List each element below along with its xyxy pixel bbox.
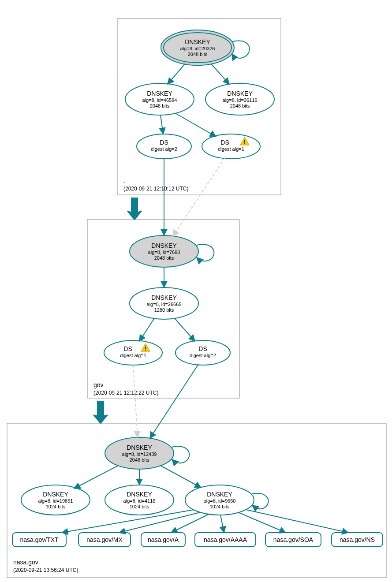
edge-govds2-nasaksk	[150, 364, 198, 438]
node-nasa-zsk-4116[interactable]: DNSKEY alg=8, id=4116 1024 bits	[105, 485, 174, 515]
svg-text:DS: DS	[220, 139, 229, 146]
zone-root-time: (2020-09-21 12:10:12 UTC)	[123, 186, 188, 192]
node-nasa-ksk[interactable]: DNSKEY alg=8, id=12439 2048 bits	[105, 437, 174, 469]
svg-text:nasa.gov/AAAA: nasa.gov/AAAA	[204, 536, 247, 543]
edge-govzsk-ds2	[175, 318, 195, 341]
svg-text:DS: DS	[160, 139, 168, 146]
svg-text:DNSKEY: DNSKEY	[227, 90, 253, 97]
node-gov-ds-alg2[interactable]: DS digest alg=2	[175, 340, 230, 365]
delegation-arrow-root-gov	[127, 198, 142, 220]
svg-text:alg=8, id=26665: alg=8, id=26665	[147, 302, 182, 307]
zone-root-title: .	[123, 177, 125, 184]
edge-nasaksk-zsk3	[161, 466, 201, 488]
node-root-ds-alg2[interactable]: DS digest alg=2	[137, 134, 191, 159]
svg-text:DS: DS	[198, 345, 207, 352]
svg-text:DNSKEY: DNSKEY	[151, 294, 177, 301]
edge-zsk3-ns	[246, 510, 348, 533]
edge-nasa-ksk-self	[172, 446, 189, 463]
svg-text:nasa.gov/MX: nasa.gov/MX	[86, 536, 123, 543]
delegation-arrow-gov-nasa	[93, 401, 108, 424]
svg-text:digest alg=2: digest alg=2	[151, 146, 177, 152]
svg-text:DNSKEY: DNSKEY	[43, 491, 68, 498]
svg-text:nasa.gov/A: nasa.gov/A	[148, 536, 179, 543]
rrset-ns[interactable]: nasa.gov/NS	[332, 533, 383, 547]
svg-text:2048 bits: 2048 bits	[188, 52, 208, 57]
rrset-txt[interactable]: nasa.gov/TXT	[12, 533, 66, 547]
node-root-zsk-26116[interactable]: DNSKEY alg=8, id=26116 2048 bits	[205, 83, 274, 115]
svg-text:1024 bits: 1024 bits	[210, 504, 230, 509]
svg-text:alg=8, id=20326: alg=8, id=20326	[180, 46, 215, 51]
svg-text:digest alg=1: digest alg=1	[218, 146, 244, 152]
svg-text:DNSKEY: DNSKEY	[185, 38, 210, 45]
svg-text:nasa.gov/NS: nasa.gov/NS	[340, 536, 375, 543]
rrset-soa[interactable]: nasa.gov/SOA	[265, 533, 321, 547]
edge-zsk3-a	[171, 514, 209, 533]
node-gov-ds-alg1[interactable]: DS digest alg=1 !	[104, 340, 162, 365]
edge-govds1-nasaksk	[133, 365, 138, 437]
svg-text:DNSKEY: DNSKEY	[151, 242, 177, 249]
edge-rootksk-zsk2	[211, 63, 229, 84]
svg-text:alg=8, id=4116: alg=8, id=4116	[123, 498, 156, 504]
edge-gov-ksk-self	[197, 244, 214, 261]
zone-gov: gov (2020-09-21 12:12:22 UTC) DNSKEY alg…	[87, 220, 239, 398]
node-root-ds-alg1[interactable]: DS digest alg=1 !	[202, 134, 260, 159]
zone-gov-title: gov	[93, 381, 104, 388]
svg-text:alg=8, id=7698: alg=8, id=7698	[148, 250, 180, 255]
svg-text:alg=8, id=19851: alg=8, id=19851	[38, 498, 73, 504]
zone-root: . (2020-09-21 12:10:12 UTC) DNSKEY alg=8…	[117, 19, 281, 195]
node-gov-ksk[interactable]: DNSKEY alg=8, id=7698 2048 bits	[130, 235, 198, 267]
node-nasa-zsk-9660[interactable]: DNSKEY alg=8, id=9660 1024 bits	[185, 485, 254, 515]
svg-text:2048 bits: 2048 bits	[230, 103, 250, 108]
svg-text:alg=8, id=46594: alg=8, id=46594	[142, 97, 177, 103]
svg-text:1280 bits: 1280 bits	[154, 307, 174, 313]
node-root-zsk-46594[interactable]: DNSKEY alg=8, id=46594 2048 bits	[125, 83, 194, 115]
rrset-aaaa[interactable]: nasa.gov/AAAA	[195, 533, 256, 547]
zone-nasa: nasa.gov (2020-09-21 13:56:24 UTC) DNSKE…	[7, 423, 386, 578]
svg-text:!: !	[145, 346, 146, 352]
zone-nasa-time: (2020-09-21 13:56:24 UTC)	[13, 567, 78, 573]
edge-zsk3-soa	[238, 512, 286, 533]
svg-text:DNSKEY: DNSKEY	[127, 444, 152, 451]
svg-text:2048 bits: 2048 bits	[150, 103, 170, 108]
svg-text:nasa.gov/SOA: nasa.gov/SOA	[273, 536, 314, 543]
node-nasa-zsk-19851[interactable]: DNSKEY alg=8, id=19851 1024 bits	[21, 485, 90, 515]
edge-zsk3-aaaa	[220, 515, 224, 533]
svg-text:1024 bits: 1024 bits	[130, 504, 149, 509]
svg-text:DNSKEY: DNSKEY	[147, 90, 172, 97]
edge-zsk1-ds2	[161, 115, 163, 134]
svg-text:1024 bits: 1024 bits	[46, 504, 66, 509]
rrset-mx[interactable]: nasa.gov/MX	[78, 533, 131, 547]
zone-gov-time: (2020-09-21 12:12:22 UTC)	[93, 390, 158, 396]
edge-rootds1-govksk	[173, 158, 225, 236]
svg-text:DNSKEY: DNSKEY	[127, 491, 152, 498]
svg-text:DS: DS	[123, 345, 132, 352]
zone-nasa-title: nasa.gov	[13, 559, 38, 566]
svg-text:2048 bits: 2048 bits	[130, 457, 149, 463]
edge-nasa-zsk3-self	[252, 493, 269, 509]
svg-text:DNSKEY: DNSKEY	[207, 491, 232, 498]
edge-zsk1-ds1	[175, 113, 216, 137]
svg-text:alg=8, id=12439: alg=8, id=12439	[122, 451, 157, 457]
svg-text:!: !	[244, 139, 246, 146]
svg-text:nasa.gov/TXT: nasa.gov/TXT	[20, 536, 59, 543]
svg-text:2048 bits: 2048 bits	[154, 255, 174, 261]
svg-text:alg=8, id=9660: alg=8, id=9660	[204, 498, 236, 504]
node-root-ksk[interactable]: DNSKEY alg=8, id=20326 2048 bits	[161, 30, 234, 65]
edge-govzsk-ds1	[139, 318, 154, 341]
edge-rootksk-zsk1	[168, 63, 185, 84]
edge-root-ksk-self	[232, 41, 250, 58]
svg-text:digest alg=2: digest alg=2	[190, 353, 216, 358]
edge-nasaksk-zsk1	[74, 466, 118, 489]
rrset-a[interactable]: nasa.gov/A	[141, 533, 185, 547]
svg-text:alg=8, id=26116: alg=8, id=26116	[223, 97, 258, 103]
node-gov-zsk[interactable]: DNSKEY alg=8, id=26665 1280 bits	[130, 287, 198, 319]
svg-text:digest alg=1: digest alg=1	[120, 353, 146, 358]
